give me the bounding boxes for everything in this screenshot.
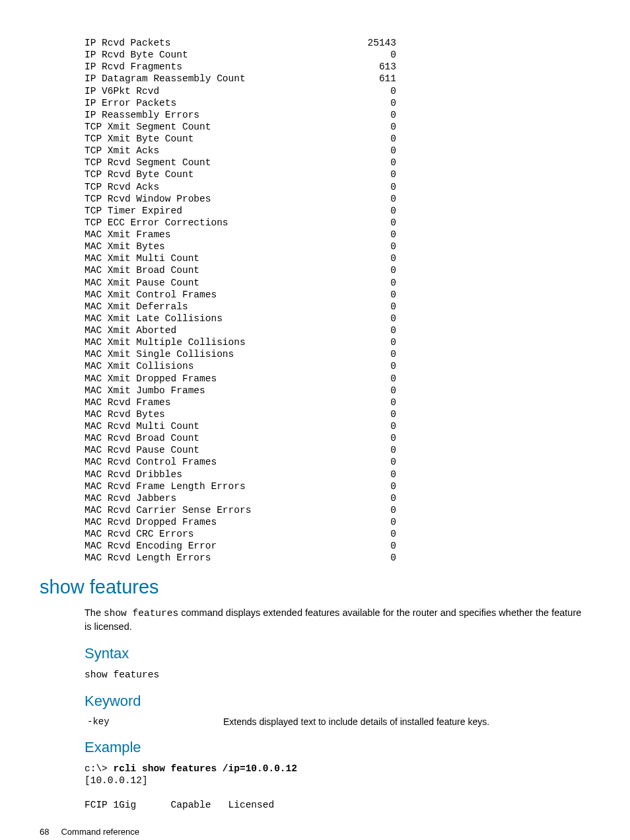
- section-intro: The show features command displays exten…: [85, 606, 590, 634]
- stat-row: TCP Rcvd Byte Count0: [85, 169, 590, 180]
- intro-prefix: The: [85, 607, 104, 618]
- stat-label: TCP Rcvd Acks: [85, 181, 365, 193]
- stat-label: MAC Rcvd Dropped Frames: [85, 516, 365, 528]
- example-command: rcli show features /ip=10.0.0.12: [114, 763, 297, 774]
- stat-row: TCP Rcvd Window Probes0: [85, 193, 590, 205]
- stat-value: 0: [365, 85, 396, 97]
- stat-label: IP Rcvd Byte Count: [85, 49, 365, 61]
- stat-row: IP Rcvd Packets25143: [85, 37, 590, 49]
- stat-value: 0: [365, 313, 396, 325]
- stat-label: MAC Xmit Control Frames: [85, 289, 365, 301]
- stat-label: MAC Xmit Bytes: [85, 241, 365, 252]
- stat-row: IP Rcvd Fragments613: [85, 61, 590, 73]
- stat-row: MAC Rcvd Control Frames0: [85, 456, 590, 468]
- stat-row: MAC Rcvd Carrier Sense Errors0: [85, 504, 590, 516]
- stat-label: MAC Rcvd Control Frames: [85, 456, 365, 468]
- stat-label: MAC Xmit Collisions: [85, 360, 365, 372]
- stat-label: MAC Xmit Deferrals: [85, 301, 365, 313]
- intro-command: show features: [104, 608, 178, 619]
- stat-row: MAC Xmit Dropped Frames0: [85, 373, 590, 385]
- stat-label: TCP ECC Error Corrections: [85, 217, 365, 229]
- stat-row: MAC Xmit Control Frames0: [85, 289, 590, 301]
- stat-value: 0: [365, 181, 396, 193]
- stat-row: MAC Xmit Jumbo Frames0: [85, 385, 590, 397]
- section-heading-show-features: show features: [40, 576, 590, 598]
- stat-label: MAC Rcvd Broad Count: [85, 432, 365, 444]
- example-line2: [10.0.0.12]: [85, 775, 148, 786]
- stat-row: MAC Xmit Multi Count0: [85, 252, 590, 264]
- stats-output: IP Rcvd Packets25143IP Rcvd Byte Count0I…: [85, 37, 590, 564]
- stat-value: 0: [365, 456, 396, 468]
- stat-value: 0: [365, 301, 396, 313]
- stat-row: MAC Rcvd Encoding Error0: [85, 540, 590, 552]
- stat-value: 0: [365, 540, 396, 552]
- stat-label: MAC Xmit Aborted: [85, 325, 365, 336]
- stat-value: 0: [365, 277, 396, 289]
- stat-label: MAC Xmit Multi Count: [85, 252, 365, 264]
- stat-value: 0: [365, 516, 396, 528]
- stat-row: MAC Rcvd Dropped Frames0: [85, 516, 590, 528]
- stat-value: 0: [365, 492, 396, 504]
- stat-value: 0: [365, 205, 396, 217]
- stat-label: MAC Xmit Broad Count: [85, 264, 365, 276]
- stat-label: TCP Rcvd Segment Count: [85, 157, 365, 169]
- stat-label: TCP Xmit Byte Count: [85, 133, 365, 145]
- page-footer: 68 Command reference: [40, 827, 590, 837]
- stat-label: MAC Rcvd Bytes: [85, 408, 365, 420]
- stat-value: 0: [365, 121, 396, 133]
- stat-value: 0: [365, 408, 396, 420]
- stat-value: 0: [365, 217, 396, 229]
- stat-row: MAC Rcvd Pause Count0: [85, 444, 590, 456]
- stat-row: MAC Xmit Bytes0: [85, 241, 590, 252]
- stat-row: IP Reassembly Errors0: [85, 109, 590, 121]
- stat-row: MAC Rcvd Bytes0: [85, 408, 590, 420]
- stat-label: MAC Xmit Dropped Frames: [85, 373, 365, 385]
- stat-value: 0: [365, 133, 396, 145]
- stat-row: MAC Rcvd Broad Count0: [85, 432, 590, 444]
- stat-value: 0: [365, 169, 396, 180]
- stat-value: 0: [365, 504, 396, 516]
- stat-row: MAC Xmit Pause Count0: [85, 277, 590, 289]
- stat-label: IP Error Packets: [85, 97, 365, 109]
- stat-row: TCP ECC Error Corrections0: [85, 217, 590, 229]
- stat-label: IP Datagram Reassembly Count: [85, 73, 365, 85]
- stat-row: MAC Xmit Late Collisions0: [85, 313, 590, 325]
- stat-value: 0: [365, 432, 396, 444]
- stat-label: MAC Xmit Jumbo Frames: [85, 385, 365, 397]
- stat-row: TCP Timer Expired0: [85, 205, 590, 217]
- stat-label: MAC Rcvd Jabbers: [85, 492, 365, 504]
- stat-value: 0: [365, 49, 396, 61]
- stat-label: TCP Timer Expired: [85, 205, 365, 217]
- stat-label: MAC Xmit Frames: [85, 229, 365, 241]
- stat-label: TCP Xmit Acks: [85, 145, 365, 157]
- stat-label: MAC Rcvd Length Errors: [85, 552, 365, 564]
- example-prompt: c:\>: [85, 763, 114, 774]
- stat-label: MAC Xmit Late Collisions: [85, 313, 365, 325]
- stat-row: TCP Rcvd Segment Count0: [85, 157, 590, 169]
- stat-row: MAC Xmit Collisions0: [85, 360, 590, 372]
- stat-row: MAC Rcvd Frames0: [85, 397, 590, 408]
- stat-value: 0: [365, 325, 396, 336]
- stat-label: TCP Rcvd Window Probes: [85, 193, 365, 205]
- page-number: 68: [40, 827, 49, 837]
- stat-value: 0: [365, 157, 396, 169]
- stat-value: 0: [365, 469, 396, 480]
- stat-label: TCP Rcvd Byte Count: [85, 169, 365, 180]
- stat-value: 0: [365, 360, 396, 372]
- stat-value: 0: [365, 336, 396, 348]
- syntax-heading: Syntax: [85, 645, 590, 662]
- stat-label: MAC Rcvd Encoding Error: [85, 540, 365, 552]
- stat-label: IP V6Pkt Rcvd: [85, 85, 365, 97]
- keyword-desc: Extends displayed text to include detail…: [223, 716, 590, 727]
- stat-row: IP Datagram Reassembly Count611: [85, 73, 590, 85]
- stat-value: 613: [365, 61, 396, 73]
- stat-label: TCP Xmit Segment Count: [85, 121, 365, 133]
- stat-value: 0: [365, 145, 396, 157]
- stat-row: MAC Rcvd Jabbers0: [85, 492, 590, 504]
- stat-label: MAC Rcvd CRC Errors: [85, 528, 365, 540]
- stat-row: TCP Rcvd Acks0: [85, 181, 590, 193]
- stat-row: IP Error Packets0: [85, 97, 590, 109]
- example-heading: Example: [85, 739, 590, 756]
- stat-label: MAC Rcvd Pause Count: [85, 444, 365, 456]
- stat-value: 0: [365, 373, 396, 385]
